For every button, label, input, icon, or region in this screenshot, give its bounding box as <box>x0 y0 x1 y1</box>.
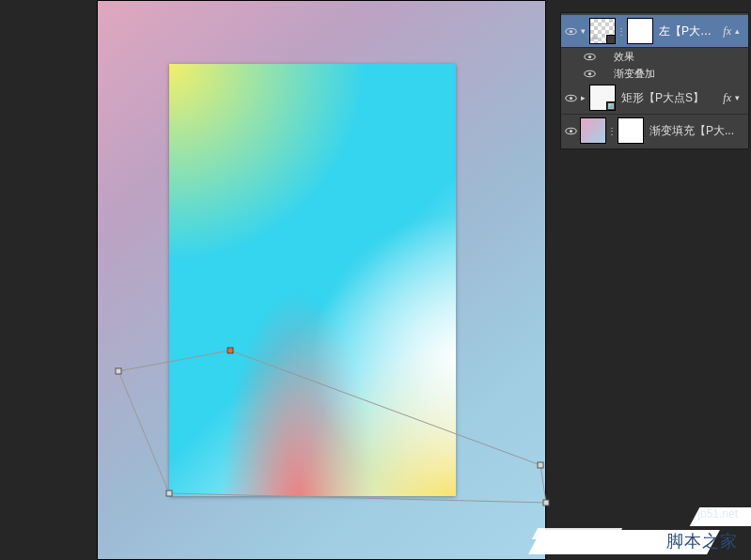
fx-collapse-caret[interactable]: ▴ <box>735 26 748 36</box>
visibility-toggle[interactable] <box>582 65 597 82</box>
svg-point-1 <box>569 29 571 32</box>
fx-header-label: 效果 <box>610 50 634 64</box>
layer-row-gradient-fill[interactable]: ⋮ 渐变填充【P大... <box>561 115 748 147</box>
layer-thumbnails: ⋮ <box>589 18 653 44</box>
visibility-toggle[interactable] <box>563 82 578 114</box>
expand-caret[interactable]: ▾ <box>578 26 587 36</box>
fx-indicator[interactable]: fx <box>721 24 735 39</box>
layer-thumb[interactable] <box>589 18 616 44</box>
layer-fx-gradient-overlay[interactable]: 渐变叠加 <box>561 65 748 82</box>
mask-link-icon[interactable]: ⋮ <box>618 18 625 44</box>
layer-name-label[interactable]: 矩形【P大点S】 <box>616 90 721 106</box>
watermark-url: jb51.net <box>697 507 738 521</box>
fx-item-label: 渐变叠加 <box>610 67 655 81</box>
visibility-toggle[interactable] <box>563 15 578 47</box>
layer-fx-header[interactable]: 效果 <box>561 48 748 65</box>
watermark-text: 脚本之家 <box>666 530 738 552</box>
fx-indicator[interactable]: fx <box>721 91 735 105</box>
svg-point-3 <box>587 54 590 57</box>
layer-thumbnails: ⋮ <box>580 117 644 144</box>
layer-thumb[interactable] <box>589 85 616 111</box>
visibility-toggle[interactable] <box>582 48 597 65</box>
layer-thumb[interactable] <box>580 117 606 144</box>
layer-name-label[interactable]: 左【P大点S】 <box>653 23 721 39</box>
visibility-toggle[interactable] <box>563 115 578 147</box>
svg-point-9 <box>569 129 571 132</box>
canvas-area[interactable] <box>9 0 555 560</box>
rect-gradient-layer <box>169 64 456 496</box>
mask-link-icon[interactable]: ⋮ <box>608 117 616 144</box>
layer-mask-thumb[interactable] <box>627 18 653 44</box>
layer-row-rect[interactable]: ▸ 矩形【P大点S】 fx ▾ <box>561 82 748 115</box>
fx-collapse-caret[interactable]: ▾ <box>735 93 748 102</box>
layer-mask-thumb[interactable] <box>618 117 644 144</box>
layer-name-label[interactable]: 渐变填充【P大... <box>644 123 748 139</box>
layers-panel[interactable]: ▾ ⋮ 左【P大点S】 fx ▴ 效果 渐变叠加 ▸ 矩形【P大点S】 <box>560 12 749 149</box>
layer-thumbnails <box>589 85 616 111</box>
svg-point-7 <box>569 96 571 99</box>
expand-caret[interactable]: ▸ <box>578 93 587 102</box>
svg-point-5 <box>587 71 590 74</box>
layer-row-left-shape[interactable]: ▾ ⋮ 左【P大点S】 fx ▴ <box>561 15 748 48</box>
